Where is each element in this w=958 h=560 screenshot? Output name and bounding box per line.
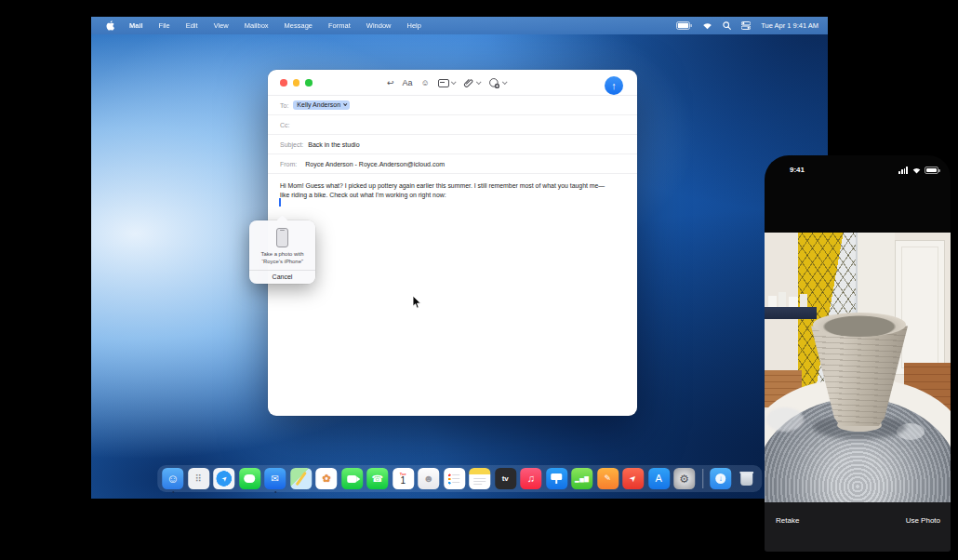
dock-icon-pages[interactable]: ✎ bbox=[597, 468, 619, 489]
dock-icon-trash[interactable] bbox=[736, 468, 757, 489]
apple-menu-icon[interactable] bbox=[106, 20, 114, 31]
menu-item-edit[interactable]: Edit bbox=[186, 21, 198, 30]
paperclip-icon bbox=[463, 77, 474, 88]
maps-icon bbox=[295, 472, 306, 487]
camera-action-bar: Retake Use Photo bbox=[765, 502, 951, 552]
pages-icon: ✎ bbox=[604, 474, 611, 483]
pottery-pieces bbox=[766, 290, 813, 307]
compose-toolbar: ↩ Aa ☺ ↑ bbox=[268, 70, 637, 96]
dock-icon-calendar[interactable]: Tue1 bbox=[393, 468, 414, 489]
appstore-icon: A bbox=[656, 473, 662, 484]
dock-icon-facetime[interactable] bbox=[341, 468, 363, 489]
dock-icon-rocket[interactable]: ➤ bbox=[622, 468, 644, 489]
menu-item-window[interactable]: Window bbox=[366, 21, 392, 30]
search-icon[interactable] bbox=[723, 21, 731, 30]
dock-icon-launchpad[interactable]: ⠿ bbox=[188, 468, 209, 489]
menu-bar-clock[interactable]: Tue Apr 1 9:41 AM bbox=[761, 21, 818, 30]
menu-bar: MailFileEditViewMailboxMessageFormatWind… bbox=[91, 17, 828, 34]
send-up-arrow-icon: ↑ bbox=[611, 81, 617, 91]
send-button[interactable]: ↑ bbox=[605, 76, 623, 95]
settings-icon: ⚙ bbox=[679, 473, 689, 485]
dock-icon-maps[interactable] bbox=[290, 468, 312, 489]
use-photo-button[interactable]: Use Photo bbox=[906, 516, 940, 525]
menu-item-help[interactable]: Help bbox=[406, 21, 420, 30]
iphone-outline-icon bbox=[276, 228, 288, 247]
cancel-button[interactable]: Cancel bbox=[249, 270, 315, 281]
cc-label: Cc: bbox=[280, 122, 290, 128]
door bbox=[895, 240, 945, 375]
dock-icon-notes[interactable] bbox=[469, 468, 490, 489]
dock-icon-finder[interactable]: ☺ bbox=[162, 468, 183, 489]
mail-compose-window: ↩ Aa ☺ ↑ To: K bbox=[268, 70, 637, 416]
mail-icon: ✉ bbox=[272, 474, 279, 484]
dock-icon-appletv[interactable]: tv bbox=[495, 468, 516, 489]
cc-field-row[interactable]: Cc: bbox=[268, 115, 637, 135]
dock-icon-appstore[interactable]: A bbox=[648, 468, 670, 489]
menu-item-format[interactable]: Format bbox=[328, 21, 351, 30]
from-field-row[interactable]: From: Royce Anderson - Royce.Anderson@ic… bbox=[268, 154, 637, 174]
popover-message-line1: Take a photo with bbox=[249, 251, 315, 259]
battery-icon[interactable] bbox=[676, 21, 692, 30]
minimize-button[interactable] bbox=[293, 79, 300, 87]
window-controls bbox=[280, 79, 313, 87]
dock-icon-contacts[interactable]: ☻ bbox=[418, 468, 439, 489]
header-fields-icon bbox=[438, 79, 449, 87]
to-field-row[interactable]: To: Kelly Anderson bbox=[268, 96, 637, 115]
reminders-icon bbox=[447, 473, 460, 486]
dock-icon-reminders[interactable] bbox=[444, 468, 465, 489]
dock-icon-photos[interactable]: ✿ bbox=[315, 468, 337, 489]
shelf bbox=[765, 307, 817, 319]
chevron-down-icon bbox=[343, 102, 347, 106]
retake-button[interactable]: Retake bbox=[776, 516, 799, 525]
wifi-icon[interactable] bbox=[702, 21, 712, 30]
menu-item-mailbox[interactable]: Mailbox bbox=[245, 21, 269, 30]
recipient-token[interactable]: Kelly Anderson bbox=[293, 100, 350, 111]
menu-item-file[interactable]: File bbox=[159, 21, 170, 30]
dock-icon-messages[interactable] bbox=[239, 468, 260, 489]
dock-icon-keynote[interactable] bbox=[546, 468, 567, 489]
insert-from-iphone-icon bbox=[488, 77, 500, 89]
running-indicator-dot bbox=[172, 491, 174, 493]
control-center-icon[interactable] bbox=[741, 21, 751, 30]
dock-icon-phone[interactable]: ☎ bbox=[366, 468, 388, 489]
dock-icon-settings[interactable]: ⚙ bbox=[673, 468, 695, 489]
attach-button[interactable] bbox=[463, 77, 480, 88]
dock-icon-mail[interactable]: ✉ bbox=[264, 468, 286, 489]
subject-field-row[interactable]: Subject: Back in the studio bbox=[268, 135, 637, 154]
menu-item-mail[interactable]: Mail bbox=[129, 21, 143, 30]
menu-item-message[interactable]: Message bbox=[285, 21, 313, 30]
finder-icon: ☺ bbox=[166, 473, 179, 485]
downloads-icon: ↓ bbox=[715, 473, 725, 484]
chevron-down-icon bbox=[476, 79, 482, 85]
zoom-button[interactable] bbox=[305, 79, 313, 87]
text-cursor bbox=[279, 198, 281, 207]
undo-button[interactable]: ↩ bbox=[387, 79, 394, 87]
close-button[interactable] bbox=[280, 79, 287, 87]
message-body[interactable]: Hi Mom! Guess what? I picked up pottery … bbox=[268, 174, 637, 200]
menu-item-view[interactable]: View bbox=[214, 21, 229, 30]
wifi-icon bbox=[911, 167, 922, 174]
header-fields-button[interactable] bbox=[438, 79, 455, 87]
menu-bar-status-area: Tue Apr 1 9:41 AM bbox=[676, 21, 818, 30]
format-button[interactable]: Aa bbox=[403, 79, 413, 87]
contacts-icon: ☻ bbox=[423, 473, 434, 484]
dock-icon-safari[interactable]: ➤ bbox=[213, 468, 234, 489]
mouse-pointer bbox=[412, 295, 422, 310]
pottery-photo bbox=[765, 233, 951, 502]
dock-icon-downloads[interactable]: ↓ bbox=[710, 468, 731, 489]
chevron-down-icon bbox=[451, 79, 457, 85]
dock-divider bbox=[702, 469, 703, 488]
appletv-icon: tv bbox=[502, 475, 509, 483]
dock-icon-music[interactable]: ♫ bbox=[520, 468, 541, 489]
notes-icon bbox=[473, 478, 486, 485]
calendar-day-number: 1 bbox=[400, 475, 406, 486]
iphone-status-bar: 9:41 bbox=[765, 155, 951, 183]
continuity-camera-popover: Take a photo with “Royce’s iPhone” Cance… bbox=[249, 220, 315, 284]
insert-from-iphone-button[interactable] bbox=[488, 77, 506, 89]
from-value: Royce Anderson - Royce.Anderson@icloud.c… bbox=[305, 161, 445, 167]
dock-icon-numbers[interactable]: ▂▅▇ bbox=[571, 468, 592, 489]
iphone-clock: 9:41 bbox=[790, 166, 805, 174]
emoji-button[interactable]: ☺ bbox=[421, 79, 430, 87]
keynote-icon bbox=[551, 473, 562, 480]
trash-icon bbox=[740, 472, 752, 486]
